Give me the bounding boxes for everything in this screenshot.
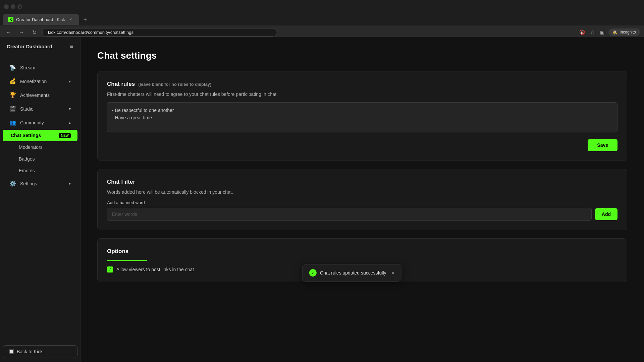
app-layout: Creator Dashboard ≡ 📡 Stream 💰 Monetizat… — [0, 37, 644, 362]
chat-filter-card: Chat Filter Words added here will be aut… — [97, 169, 627, 230]
sidebar-item-moderators[interactable]: Moderators — [3, 141, 77, 153]
community-label: Community — [20, 120, 65, 125]
chat-rules-textarea[interactable]: - Be respectful to one another - Have a … — [107, 102, 618, 132]
studio-label: Studio — [20, 106, 65, 112]
chat-settings-badge: NEW — [59, 133, 71, 138]
incognito-label: Incognito — [620, 30, 636, 35]
sidebar-title: Creator Dashboard — [7, 44, 52, 49]
address-bar[interactable]: kick.com/dashboard/community/chatsetting… — [42, 28, 277, 37]
links-option-label: Allow viewers to post links in the chat — [116, 267, 194, 272]
window-controls: ─ □ × — [4, 4, 22, 9]
options-underline — [107, 260, 147, 261]
chat-filter-description: Words added here will be automatically b… — [107, 189, 618, 195]
monetization-label: Monetization — [20, 79, 65, 84]
save-rules-button[interactable]: Save — [588, 139, 618, 151]
chat-rules-card: Chat rules (leave blank for no rules to … — [97, 71, 627, 161]
stream-icon: 📡 — [9, 64, 16, 71]
chat-rules-title-text: Chat rules — [107, 81, 135, 87]
banned-word-label: Add a banned word — [107, 200, 618, 205]
options-title: Options — [107, 248, 618, 255]
sidebar-item-badges[interactable]: Badges — [3, 153, 77, 165]
chat-rules-description: First-time chatters will need to agree t… — [107, 92, 618, 97]
page-title: Chat settings — [97, 50, 627, 61]
browser-chrome: ─ □ × K Creator Dashboard | Kick × + ← →… — [0, 0, 644, 37]
toast-message: Chat rules updated successfully — [320, 270, 386, 276]
chat-rules-title: Chat rules (leave blank for no rules to … — [107, 81, 618, 87]
url-text: kick.com/dashboard/community/chatsetting… — [48, 30, 133, 35]
maximize-button[interactable]: □ — [11, 4, 15, 9]
menu-icon[interactable]: ≡ — [70, 43, 73, 50]
sidebar-item-stream[interactable]: 📡 Stream — [3, 61, 77, 74]
toast-notification: ✓ Chat rules updated successfully × — [302, 264, 401, 282]
studio-icon: 🎬 — [9, 106, 16, 112]
monetization-icon: 💰 — [9, 78, 16, 84]
monetization-chevron: ▾ — [69, 79, 71, 84]
achievements-label: Achievements — [20, 93, 71, 98]
moderators-label: Moderators — [19, 144, 43, 150]
studio-chevron: ▾ — [69, 107, 71, 111]
tab-favicon: K — [8, 17, 13, 22]
sidebar-item-emotes[interactable]: Emotes — [3, 165, 77, 176]
active-tab[interactable]: K Creator Dashboard | Kick × — [3, 14, 79, 25]
community-icon: 👥 — [9, 119, 16, 126]
sidebar-item-studio[interactable]: 🎬 Studio ▾ — [3, 102, 77, 115]
settings-chevron: ▾ — [69, 181, 71, 186]
links-checkbox[interactable]: ✓ — [107, 266, 113, 273]
achievements-icon: 🏆 — [9, 92, 16, 98]
minimize-button[interactable]: ─ — [4, 4, 9, 9]
back-to-kick-button[interactable]: 🔲 Back to Kick — [3, 345, 77, 358]
toast-close-button[interactable]: × — [392, 270, 394, 276]
forward-nav-button[interactable]: → — [17, 27, 26, 37]
sidebar-item-chat-settings[interactable]: Chat Settings NEW — [3, 130, 77, 141]
chat-filter-title: Chat Filter — [107, 179, 618, 185]
new-tab-button[interactable]: + — [80, 15, 90, 24]
sidebar: Creator Dashboard ≡ 📡 Stream 💰 Monetizat… — [0, 37, 80, 362]
chat-rules-footer: Save — [107, 139, 618, 151]
sidebar-item-achievements[interactable]: 🏆 Achievements — [3, 88, 77, 102]
toast-success-icon: ✓ — [309, 269, 317, 277]
emotes-label: Emotes — [19, 168, 35, 173]
title-bar: ─ □ × — [0, 0, 644, 13]
back-icon: 🔲 — [8, 349, 14, 354]
badges-label: Badges — [19, 156, 35, 162]
back-label: Back to Kick — [17, 349, 43, 354]
sidebar-footer: 🔲 Back to Kick — [0, 341, 80, 362]
chat-settings-label: Chat Settings — [11, 133, 55, 138]
bookmark-icon[interactable]: ☆ — [589, 28, 596, 36]
tab-bar: K Creator Dashboard | Kick × + — [0, 13, 644, 25]
banned-word-row: Add — [107, 208, 618, 221]
tab-close-button[interactable]: × — [68, 16, 74, 22]
main-content: Chat settings Chat rules (leave blank fo… — [80, 37, 644, 362]
sidebar-nav: 📡 Stream 💰 Monetization ▾ 🏆 Achievements… — [0, 56, 80, 341]
incognito-icon: 🕵 — [612, 30, 618, 35]
incognito-button[interactable]: 🕵 Incognito — [608, 28, 640, 36]
sidebar-item-settings[interactable]: ⚙️ Settings ▾ — [3, 177, 77, 190]
reload-button[interactable]: ↻ — [30, 27, 39, 37]
settings-icon: ⚙️ — [9, 180, 16, 187]
sidebar-header: Creator Dashboard ≡ — [0, 37, 80, 56]
tablet-icon[interactable]: ▣ — [599, 28, 606, 36]
community-chevron: ▴ — [69, 120, 71, 125]
add-banned-word-button[interactable]: Add — [595, 208, 618, 220]
banned-word-input[interactable] — [107, 208, 592, 221]
sidebar-item-community[interactable]: 👥 Community ▴ — [3, 116, 77, 129]
nav-right: 📵 ☆ ▣ 🕵 Incognito — [578, 28, 640, 36]
sidebar-item-monetization[interactable]: 💰 Monetization ▾ — [3, 75, 77, 88]
settings-label: Settings — [20, 181, 65, 186]
stream-label: Stream — [20, 65, 71, 70]
tab-title: Creator Dashboard | Kick — [16, 17, 65, 22]
camera-off-icon[interactable]: 📵 — [578, 28, 586, 36]
chat-rules-subtitle: (leave blank for no rules to display) — [138, 82, 211, 87]
chat-filter-title-text: Chat Filter — [107, 179, 135, 185]
close-button[interactable]: × — [17, 4, 22, 9]
back-nav-button[interactable]: ← — [4, 27, 13, 37]
